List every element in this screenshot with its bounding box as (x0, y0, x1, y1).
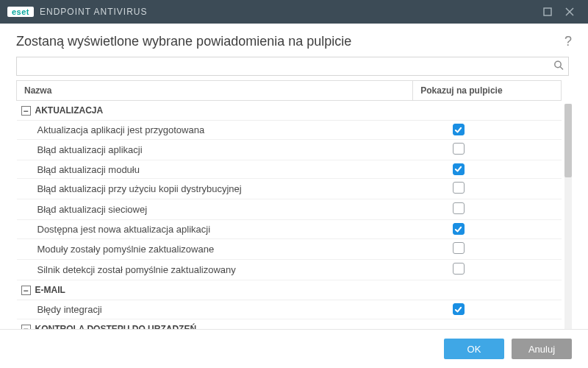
row-label: Aktualizacja aplikacji jest przygotowana (17, 121, 413, 140)
dialog-footer: OK Anuluj (0, 329, 588, 368)
titlebar: eset ENDPOINT ANTIVIRUS (0, 0, 588, 24)
show-on-desktop-checkbox[interactable] (453, 303, 465, 315)
collapse-icon[interactable]: − (21, 106, 31, 116)
show-on-desktop-checkbox[interactable] (453, 263, 465, 275)
row-label: Błąd aktualizacji aplikacji (17, 139, 413, 160)
svg-rect-0 (544, 8, 551, 15)
window-maximize-button[interactable] (537, 0, 559, 24)
search-icon[interactable] (553, 60, 564, 73)
notification-table: Nazwa Pokazuj na pulpicie −AKTUALIZACJAA… (16, 80, 562, 329)
show-on-desktop-checkbox[interactable] (453, 223, 465, 235)
show-on-desktop-checkbox[interactable] (453, 124, 465, 135)
table-row[interactable]: Błąd aktualizacji sieciowej (17, 199, 562, 220)
table-wrap: Nazwa Pokazuj na pulpicie −AKTUALIZACJAA… (16, 80, 572, 329)
page-title: Zostaną wyświetlone wybrane powiadomieni… (16, 34, 564, 49)
row-label: Błąd aktualizacji modułu (17, 160, 413, 179)
show-on-desktop-checkbox[interactable] (453, 143, 465, 155)
table-row[interactable]: Silnik detekcji został pomyślnie zaktual… (17, 259, 562, 280)
show-on-desktop-checkbox[interactable] (453, 182, 465, 194)
row-label: Błąd aktualizacji sieciowej (17, 199, 413, 220)
search-row (16, 57, 569, 76)
help-icon[interactable]: ? (564, 34, 572, 49)
table-row[interactable]: Moduły zostały pomyślnie zaktualizowane (17, 238, 562, 259)
table-row[interactable]: Błąd aktualizacji aplikacji (17, 139, 562, 160)
table-row[interactable]: Błędy integracji (17, 300, 562, 319)
row-label: Silnik detekcji został pomyślnie zaktual… (17, 259, 413, 280)
group-label: KONTROLA DOSTĘPU DO URZĄDZEŃ (35, 324, 197, 329)
svg-point-3 (555, 61, 561, 67)
window-close-button[interactable] (559, 0, 581, 24)
show-on-desktop-checkbox[interactable] (453, 242, 465, 254)
row-label: Dostępna jest nowa aktualizacja aplikacj… (17, 220, 413, 239)
search-input[interactable] (17, 57, 568, 75)
show-on-desktop-checkbox[interactable] (453, 163, 465, 175)
table-row[interactable]: Błąd aktualizacji modułu (17, 160, 562, 179)
show-on-desktop-checkbox[interactable] (453, 202, 465, 214)
scrollbar-vertical[interactable] (564, 104, 572, 329)
row-label: Błędy integracji (17, 300, 413, 319)
col-header-name[interactable]: Nazwa (17, 81, 413, 101)
group-row[interactable]: −AKTUALIZACJA (17, 101, 562, 121)
ok-button[interactable]: OK (444, 339, 504, 359)
group-row[interactable]: −KONTROLA DOSTĘPU DO URZĄDZEŃ (17, 319, 562, 329)
table-header-row: Nazwa Pokazuj na pulpicie (17, 81, 562, 101)
collapse-icon[interactable]: − (21, 325, 31, 329)
brand-logo: eset (7, 7, 34, 17)
table-scroll: Nazwa Pokazuj na pulpicie −AKTUALIZACJAA… (16, 80, 564, 329)
collapse-icon[interactable]: − (21, 286, 31, 295)
dialog-header: Zostaną wyświetlone wybrane powiadomieni… (0, 24, 588, 54)
row-label: Moduły zostały pomyślnie zaktualizowane (17, 238, 413, 259)
table-row[interactable]: Dostępna jest nowa aktualizacja aplikacj… (17, 220, 562, 239)
group-row[interactable]: −E-MAIL (17, 280, 562, 300)
scrollbar-thumb[interactable] (564, 104, 572, 177)
dialog-content: Nazwa Pokazuj na pulpicie −AKTUALIZACJAA… (0, 54, 588, 329)
svg-line-4 (560, 67, 563, 70)
brand: eset ENDPOINT ANTIVIRUS (7, 7, 148, 17)
table-row[interactable]: Aktualizacja aplikacji jest przygotowana (17, 121, 562, 140)
row-label: Błąd aktualizacji przy użyciu kopii dyst… (17, 179, 413, 199)
group-label: AKTUALIZACJA (35, 105, 104, 116)
col-header-show[interactable]: Pokazuj na pulpicie (413, 81, 562, 101)
group-label: E-MAIL (35, 285, 65, 295)
cancel-button[interactable]: Anuluj (512, 339, 572, 359)
table-row[interactable]: Błąd aktualizacji przy użyciu kopii dyst… (17, 179, 562, 199)
brand-text: ENDPOINT ANTIVIRUS (40, 7, 147, 17)
